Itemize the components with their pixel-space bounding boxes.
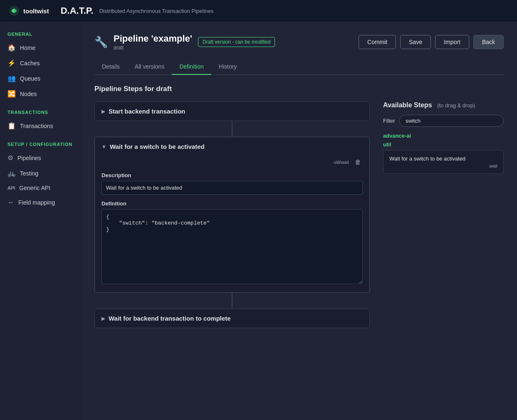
sidebar-item-nodes[interactable]: 🔀 Nodes	[0, 86, 81, 101]
queues-icon: 👥	[7, 74, 16, 82]
pipelines-icon: ⚙	[7, 154, 13, 162]
sidebar-transactions-label: TRANSACTIONS	[0, 110, 81, 118]
app-title: D.A.T.P.	[61, 5, 94, 16]
brand-logo: tooltwist	[8, 5, 49, 17]
sidebar-item-generic-api[interactable]: API Generic API	[0, 181, 81, 195]
sidebar-label-nodes: Nodes	[20, 91, 37, 97]
step-2-description-group: Description	[101, 172, 363, 195]
section-title: Pipeline Steps for draft	[94, 85, 504, 93]
brand-name: tooltwist	[23, 7, 49, 15]
step-1-title: Start backend transaction	[109, 108, 185, 115]
page-header-title: Pipeline 'example' draft	[114, 33, 192, 51]
sidebar-item-transactions[interactable]: 📋 Transactions	[0, 118, 81, 133]
step-2-meta-tag: util/wait	[334, 160, 349, 165]
sidebar-label-field-mapping: Field mapping	[18, 199, 55, 206]
step-card-1: ▶ Start backend transaction	[94, 101, 370, 121]
filter-input[interactable]	[399, 115, 504, 127]
back-button[interactable]: Back	[473, 35, 504, 49]
filter-row: Filter	[383, 115, 504, 127]
available-step-desc-1: Wait for a switch to be activated	[389, 156, 497, 162]
draft-badge: Draft version - can be modified	[198, 37, 275, 47]
filter-label: Filter	[383, 118, 395, 124]
step-2-definition-group: Definition { "switch": "backend-complete…	[101, 200, 363, 286]
step-1-header[interactable]: ▶ Start backend transaction	[95, 102, 369, 121]
two-col-layout: ▶ Start backend transaction ▼ Wait for a…	[94, 101, 504, 328]
connector-1-2	[232, 121, 233, 137]
sidebar-label-caches: Caches	[20, 60, 40, 67]
sidebar-setup-label: SETUP / CONFIGURATION	[0, 142, 81, 150]
field-mapping-icon: ↔	[7, 199, 14, 206]
app-subtitle: Distributed Asynchronous Transaction Pip…	[99, 8, 214, 14]
step-3-title: Wait for backend transaction to complete	[109, 315, 231, 322]
transactions-icon: 📋	[7, 122, 16, 130]
group-advance-ai-label: advance-ai	[383, 133, 504, 139]
sidebar-item-caches[interactable]: ⚡ Caches	[0, 55, 81, 71]
main-content: 🔧 Pipeline 'example' draft Draft version…	[81, 22, 517, 420]
tab-details[interactable]: Details	[94, 59, 127, 75]
header-actions: Commit Save Import Back	[359, 35, 504, 49]
caches-icon: ⚡	[7, 59, 16, 67]
import-button[interactable]: Import	[435, 35, 469, 49]
api-icon: API	[7, 185, 15, 190]
tab-definition[interactable]: Definition	[172, 59, 211, 75]
sidebar-general-label: GENERAL	[0, 32, 81, 40]
tab-history[interactable]: History	[211, 59, 245, 75]
step-2-body: util/wait 🗑 Description Definition { "sw…	[95, 156, 369, 292]
step-2-definition-label: Definition	[101, 200, 363, 207]
tab-bar: Details All versions Definition History	[94, 59, 504, 75]
step-card-3: ▶ Wait for backend transaction to comple…	[94, 309, 370, 328]
draft-label: draft	[114, 45, 192, 51]
step-2-description-label: Description	[101, 172, 363, 178]
page-header-left: 🔧 Pipeline 'example' draft Draft version…	[94, 33, 275, 51]
home-icon: 🏠	[7, 44, 16, 52]
step-2-header[interactable]: ▼ Wait for a switch to be activated	[95, 137, 369, 156]
step-3-toggle-icon: ▶	[101, 316, 105, 321]
sidebar-item-pipelines[interactable]: ⚙ Pipelines	[0, 150, 81, 166]
sidebar-item-field-mapping[interactable]: ↔ Field mapping	[0, 195, 81, 210]
available-step-card-1[interactable]: Wait for a switch to be activated wait	[383, 150, 504, 174]
step-3-header[interactable]: ▶ Wait for backend transaction to comple…	[95, 309, 369, 328]
sidebar-label-pipelines: Pipelines	[17, 155, 41, 161]
sidebar-label-generic-api: Generic API	[19, 185, 50, 191]
group-util-label: util	[383, 141, 504, 148]
available-step-tag-1: wait	[389, 163, 497, 168]
sidebar-item-testing[interactable]: 🚲 Testing	[0, 166, 81, 181]
sidebar-item-queues[interactable]: 👥 Queues	[0, 71, 81, 86]
step-2-meta: util/wait 🗑	[101, 158, 363, 166]
step-2-toggle-icon: ▼	[101, 144, 106, 150]
sidebar-label-testing: Testing	[20, 170, 38, 177]
top-nav: tooltwist D.A.T.P. Distributed Asynchron…	[0, 0, 517, 22]
step-2-description-input[interactable]	[101, 181, 363, 195]
page-header: 🔧 Pipeline 'example' draft Draft version…	[94, 33, 504, 51]
available-steps-subtitle: (to drag & drop)	[437, 102, 475, 109]
available-steps-panel: Available Steps (to drag & drop) Filter …	[383, 101, 504, 177]
sidebar-item-home[interactable]: 🏠 Home	[0, 40, 81, 55]
nodes-icon: 🔀	[7, 90, 16, 98]
logo-icon	[8, 5, 20, 17]
tab-all-versions[interactable]: All versions	[127, 59, 172, 75]
step-1-toggle-icon: ▶	[101, 109, 105, 114]
step-2-title: Wait for a switch to be activated	[110, 143, 205, 150]
sidebar-label-queues: Queues	[20, 75, 40, 82]
pipeline-steps: ▶ Start backend transaction ▼ Wait for a…	[94, 101, 370, 328]
connector-2-3	[232, 293, 233, 309]
save-button[interactable]: Save	[400, 35, 431, 49]
sidebar: GENERAL 🏠 Home ⚡ Caches 👥 Queues 🔀 Nodes…	[0, 22, 81, 420]
available-steps-title: Available Steps	[383, 101, 432, 109]
commit-button[interactable]: Commit	[359, 35, 396, 49]
sidebar-label-transactions: Transactions	[20, 123, 53, 129]
pipeline-header-icon: 🔧	[94, 36, 108, 49]
step-card-2: ▼ Wait for a switch to be activated util…	[94, 137, 370, 293]
sidebar-label-home: Home	[20, 44, 35, 51]
available-steps-header: Available Steps (to drag & drop)	[383, 101, 504, 109]
page-title: Pipeline 'example'	[114, 33, 192, 44]
step-2-definition-textarea[interactable]: { "switch": "backend-complete" }	[101, 209, 363, 284]
testing-icon: 🚲	[7, 169, 16, 177]
step-2-delete-button[interactable]: 🗑	[353, 158, 363, 166]
